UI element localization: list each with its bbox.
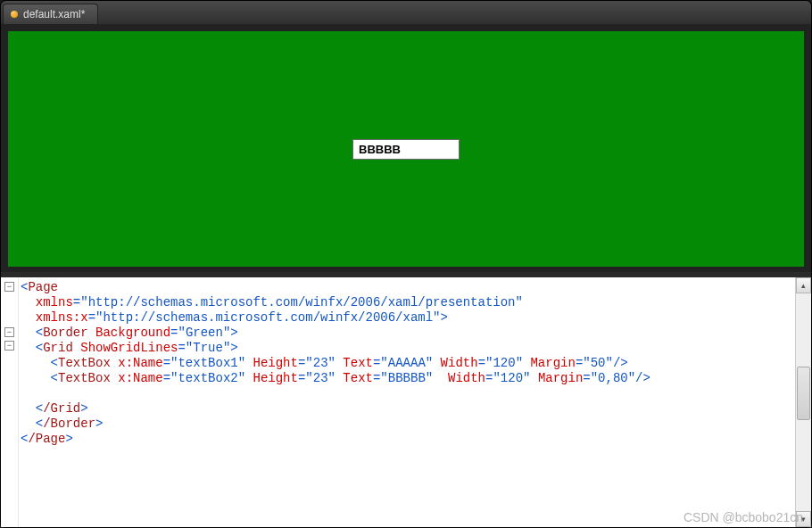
attr-background: Background: [95, 326, 170, 340]
val-width: 120: [501, 371, 523, 385]
fold-toggle-icon[interactable]: −: [4, 327, 14, 337]
val-tb2text: BBBBB: [388, 371, 426, 385]
attr-xname: x:Name: [118, 356, 162, 370]
attr-xmlnsx: xmlns:x: [36, 310, 88, 325]
fold-toggle-icon[interactable]: −: [4, 282, 14, 292]
val-green: Green: [186, 326, 223, 340]
tag-page-close: /Page: [28, 432, 65, 446]
scroll-up-icon[interactable]: ▴: [796, 277, 811, 293]
titlebar: default.xaml*: [1, 1, 811, 24]
attr-showgridlines: ShowGridLines: [80, 341, 178, 355]
tab-title: default.xaml*: [23, 8, 85, 21]
fold-gutter: − − −: [1, 277, 19, 527]
val-tb2margin: 0,80: [598, 371, 628, 385]
code-pane: − − − <Page xmlns="http://schemas.micros…: [1, 277, 811, 527]
tag-border-close: /Border: [43, 417, 95, 431]
val-tb1name: textBox1: [178, 356, 237, 370]
tag-textbox: TextBox: [58, 371, 111, 385]
val-true: True: [193, 341, 223, 355]
design-surface[interactable]: [8, 31, 804, 267]
document-tab[interactable]: default.xaml*: [3, 4, 98, 24]
val-tb1margin: 50: [591, 356, 606, 370]
attr-xname: x:Name: [118, 371, 162, 385]
textbox-preview[interactable]: [352, 139, 460, 160]
attr-text: Text: [343, 371, 373, 385]
code-editor[interactable]: <Page xmlns="http://schemas.microsoft.co…: [19, 277, 795, 527]
attr-width: Width: [441, 356, 478, 370]
val-tb2name: textBox2: [178, 371, 237, 385]
attr-text: Text: [343, 356, 373, 370]
design-pane: [1, 24, 811, 272]
ide-window: default.xaml* − − − <Page xmlns="http://…: [0, 0, 812, 528]
val-height: 23: [313, 371, 328, 385]
tag-textbox: TextBox: [58, 356, 111, 370]
attr-height: Height: [253, 356, 298, 370]
fold-toggle-icon[interactable]: −: [4, 341, 14, 351]
scroll-down-icon[interactable]: ▾: [796, 511, 811, 527]
tag-grid-close: /Grid: [43, 401, 80, 416]
unsaved-dot-icon: [11, 11, 18, 18]
scroll-thumb[interactable]: [797, 367, 810, 420]
val-xmlns: http://schemas.microsoft.com/winfx/2006/…: [88, 295, 516, 309]
tag-page: Page: [28, 280, 58, 294]
attr-xmlns: xmlns: [36, 295, 73, 309]
attr-height: Height: [253, 371, 298, 385]
tag-grid: Grid: [43, 341, 73, 355]
attr-margin: Margin: [530, 356, 575, 370]
vertical-scrollbar[interactable]: ▴ ▾: [795, 277, 811, 527]
val-height: 23: [313, 356, 328, 370]
attr-width: Width: [448, 371, 485, 385]
val-xmlnsx: http://schemas.microsoft.com/winfx/2006/…: [103, 310, 433, 325]
attr-margin: Margin: [538, 371, 583, 385]
val-width: 120: [493, 356, 515, 370]
val-tb1text: AAAAA: [388, 356, 426, 370]
tag-border: Border: [43, 326, 87, 340]
